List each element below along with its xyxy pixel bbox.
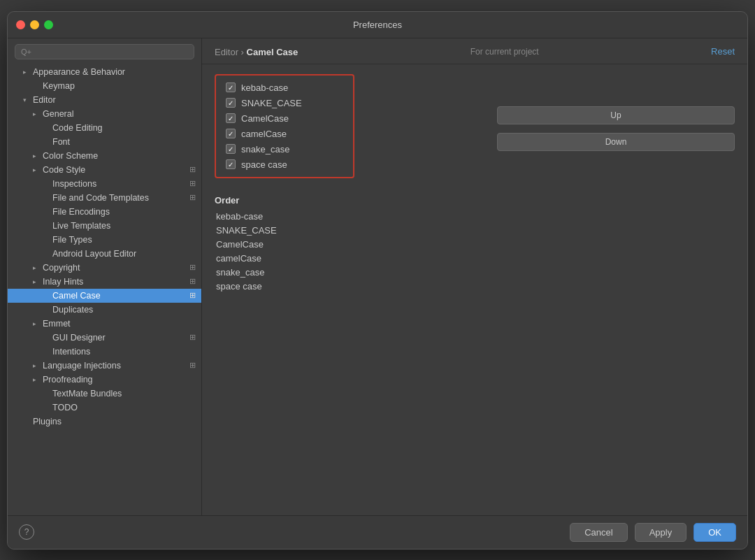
sidebar-item-code-editing[interactable]: Code Editing [8, 121, 201, 135]
sidebar-item-emmet[interactable]: ▸Emmet [8, 317, 201, 331]
sidebar-item-label: Emmet [43, 319, 71, 329]
sidebar-item-keymap[interactable]: Keymap [8, 79, 201, 93]
sidebar-item-label: Appearance & Behavior [33, 67, 125, 77]
sidebar-item-file-code-templates[interactable]: File and Code Templates⊞ [8, 191, 201, 205]
checkbox-item-space-case[interactable]: space case [226, 159, 343, 170]
help-button[interactable]: ? [19, 524, 34, 540]
checkbox-space-case[interactable] [226, 159, 236, 169]
sidebar-item-language-injections[interactable]: ▸Language Injections⊞ [8, 359, 201, 373]
checkbox-item-snake-case-lower[interactable]: snake_case [226, 144, 343, 155]
panel-header: Editor › Camel Case For current project … [202, 38, 747, 64]
page-icon: ⊞ [189, 165, 196, 174]
minimize-button[interactable] [30, 20, 39, 29]
sidebar-item-label: Live Templates [52, 221, 110, 231]
sidebar-item-label: File and Code Templates [52, 193, 149, 203]
sidebar-item-gui-designer[interactable]: GUI Designer⊞ [8, 331, 201, 345]
chevron-icon: ▸ [33, 320, 41, 327]
order-row[interactable]: space case [215, 281, 735, 292]
checkbox-label-space-case: space case [241, 159, 287, 170]
sidebar-item-label: GUI Designer [52, 333, 106, 343]
sidebar-item-textmate-bundles[interactable]: TextMate Bundles [8, 387, 201, 401]
chevron-icon: ▸ [23, 69, 31, 76]
sidebar-item-label: Camel Case [52, 291, 101, 301]
search-box[interactable]: Q+ [15, 44, 194, 59]
order-row[interactable]: snake_case [215, 267, 735, 278]
search-icon: Q+ [21, 48, 31, 56]
page-icon: ⊞ [189, 263, 196, 272]
order-row[interactable]: camelCase [215, 253, 735, 264]
page-icon: ⊞ [189, 193, 196, 202]
traffic-lights [16, 20, 53, 29]
order-buttons: Up Down [497, 106, 735, 151]
sidebar-item-color-scheme[interactable]: ▸Color Scheme [8, 149, 201, 163]
checkbox-label-camel-case-upper: CamelCase [241, 113, 289, 124]
main-panel: Editor › Camel Case For current project … [202, 38, 747, 515]
down-button[interactable]: Down [497, 133, 735, 151]
sidebar-item-label: Language Injections [43, 361, 121, 371]
chevron-icon: ▸ [33, 152, 41, 159]
sidebar-item-label: Color Scheme [43, 151, 98, 161]
sidebar-item-live-templates[interactable]: Live Templates [8, 219, 201, 233]
order-label: Order [215, 195, 735, 206]
reset-button[interactable]: Reset [711, 46, 735, 57]
checkbox-camel-case-upper[interactable] [226, 113, 236, 123]
sidebar-item-label: File Encodings [52, 207, 110, 217]
sidebar-item-general[interactable]: ▸General [8, 107, 201, 121]
bottom-bar: ? Cancel Apply OK [8, 515, 747, 549]
sidebar-item-camel-case[interactable]: Camel Case⊞ [8, 289, 201, 303]
sidebar-item-copyright[interactable]: ▸Copyright⊞ [8, 261, 201, 275]
sidebar-item-font[interactable]: Font [8, 135, 201, 149]
sidebar-item-file-types[interactable]: File Types [8, 233, 201, 247]
sidebar-item-label: Plugins [33, 417, 62, 426]
sidebar-item-label: Editor [33, 95, 56, 105]
action-buttons: Cancel Apply OK [570, 523, 736, 542]
checkbox-snake-case-lower[interactable] [226, 144, 236, 154]
checkbox-kebab-case[interactable] [226, 82, 236, 92]
order-list: kebab-caseSNAKE_CASECamelCasecamelCasesn… [215, 211, 735, 292]
sidebar-item-inspections[interactable]: Inspections⊞ [8, 177, 201, 191]
page-icon: ⊞ [189, 291, 196, 300]
order-row[interactable]: SNAKE_CASE [215, 225, 735, 236]
sidebar-item-android-layout-editor[interactable]: Android Layout Editor [8, 247, 201, 261]
checkbox-item-camel-case-lower[interactable]: camelCase [226, 129, 343, 139]
checkbox-group: kebab-case SNAKE_CASE CamelCase camelCas… [215, 74, 354, 178]
sidebar-item-file-encodings[interactable]: File Encodings [8, 205, 201, 219]
titlebar: Preferences [8, 12, 747, 38]
page-icon: ⊞ [189, 277, 196, 286]
sidebar-item-inlay-hints[interactable]: ▸Inlay Hints⊞ [8, 275, 201, 289]
sidebar-item-appearance-behavior[interactable]: ▸Appearance & Behavior [8, 65, 201, 79]
sidebar-item-code-style[interactable]: ▸Code Style⊞ [8, 163, 201, 177]
sidebar-item-todo[interactable]: TODO [8, 401, 201, 415]
for-current-project: For current project [470, 47, 539, 57]
checkbox-snake-case-upper[interactable] [226, 98, 236, 108]
sidebar-item-label: Font [52, 137, 70, 147]
up-button[interactable]: Up [497, 106, 735, 124]
close-button[interactable] [16, 20, 25, 29]
cancel-button[interactable]: Cancel [570, 523, 627, 542]
ok-button[interactable]: OK [693, 523, 736, 542]
breadcrumb: Editor › Camel Case [215, 45, 298, 58]
apply-button[interactable]: Apply [635, 523, 687, 542]
maximize-button[interactable] [44, 20, 53, 29]
sidebar-item-label: File Types [52, 235, 92, 245]
checkbox-item-camel-case-upper[interactable]: CamelCase [226, 113, 343, 124]
sidebar-item-intentions[interactable]: Intentions [8, 345, 201, 359]
order-row[interactable]: CamelCase [215, 239, 735, 250]
sidebar-item-proofreading[interactable]: ▸Proofreading [8, 373, 201, 387]
sidebar-item-label: Android Layout Editor [52, 249, 136, 259]
checkbox-camel-case-lower[interactable] [226, 129, 236, 138]
sidebar-item-duplicates[interactable]: Duplicates [8, 303, 201, 317]
window-title: Preferences [353, 20, 402, 30]
order-row[interactable]: kebab-case [215, 211, 735, 222]
sidebar-item-plugins[interactable]: Plugins [8, 415, 201, 429]
chevron-icon: ▸ [33, 376, 41, 383]
page-icon: ⊞ [189, 361, 196, 370]
sidebar-item-label: Code Style [43, 165, 85, 175]
sidebar-item-label: Copyright [43, 263, 80, 273]
checkbox-item-kebab-case[interactable]: kebab-case [226, 82, 343, 93]
chevron-icon: ▸ [33, 264, 41, 271]
checkbox-item-snake-case-upper[interactable]: SNAKE_CASE [226, 98, 343, 108]
breadcrumb-part1: Editor [215, 47, 238, 57]
sidebar-item-editor[interactable]: ▾Editor [8, 93, 201, 107]
panel-body: kebab-case SNAKE_CASE CamelCase camelCas… [202, 64, 747, 305]
